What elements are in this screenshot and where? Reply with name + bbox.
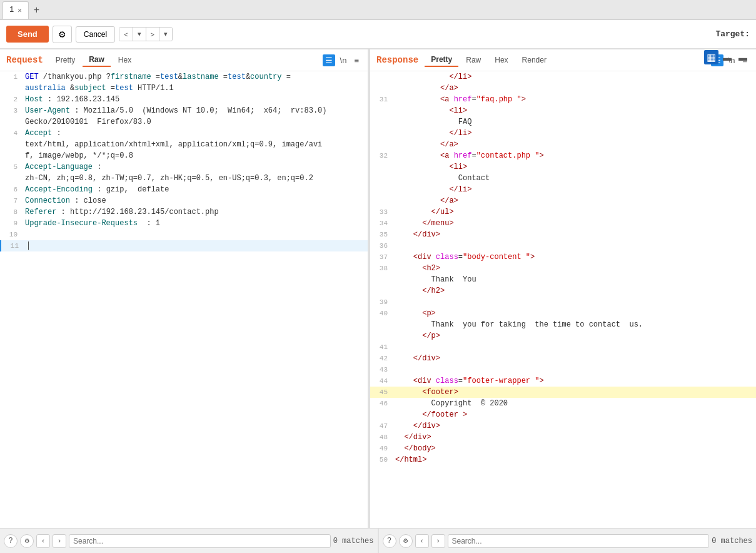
resp-line-50: 50 </html> bbox=[370, 454, 756, 465]
resp-tab-hex[interactable]: Hex bbox=[488, 53, 514, 67]
tab-1[interactable]: 1 ✕ bbox=[3, 1, 29, 19]
req-line-9: 9 Upgrade-Insecure-Requests : 1 bbox=[0, 218, 368, 229]
resp-line-34: 34 </menu> bbox=[370, 218, 756, 229]
resp-line-32e: </a> bbox=[370, 195, 756, 206]
resp-tab-pretty[interactable]: Pretty bbox=[425, 53, 458, 67]
resp-line-42: 42 </div> bbox=[370, 353, 756, 364]
resp-line-43: 43 bbox=[370, 364, 756, 375]
resp-line-31d: </li> bbox=[370, 128, 756, 139]
resp-line-48: 48 </div> bbox=[370, 432, 756, 443]
req-next-arrow[interactable]: › bbox=[53, 534, 66, 548]
response-tabs: Pretty Raw Hex Render bbox=[425, 53, 710, 67]
resp-view-split[interactable]: ▦ bbox=[704, 50, 718, 64]
tab-bar: 1 ✕ + bbox=[0, 0, 756, 20]
resp-line-38c: </h2> bbox=[370, 285, 756, 297]
request-search-section: ? ⚙ ‹ › 0 matches bbox=[0, 529, 378, 553]
resp-line-31e: </a> bbox=[370, 139, 756, 150]
resp-view-full[interactable]: ▬ bbox=[736, 50, 750, 64]
resp-prev-arrow[interactable]: ‹ bbox=[415, 534, 429, 548]
resp-line-36: 36 bbox=[370, 240, 756, 251]
tab-label: 1 bbox=[9, 6, 14, 14]
req-tab-raw[interactable]: Raw bbox=[83, 53, 111, 67]
settings-button[interactable]: ⚙ bbox=[53, 26, 72, 43]
resp-line-35: 35 </div> bbox=[370, 229, 756, 240]
resp-line-46b: </footer > bbox=[370, 409, 756, 420]
resp-line-31b: <li> bbox=[370, 105, 756, 116]
toolbar: Send ⚙ Cancel < ▾ > ▾ Target: bbox=[0, 20, 756, 49]
resp-search-input[interactable] bbox=[448, 534, 710, 548]
tab-add-button[interactable]: + bbox=[29, 3, 44, 17]
req-line-5b: zh-CN, zh;q=0.8, zh-TW;q=0.7, zh-HK;q=0.… bbox=[0, 173, 368, 184]
req-prev-arrow[interactable]: ‹ bbox=[36, 534, 50, 548]
req-search-input[interactable] bbox=[69, 534, 331, 548]
resp-line-47: 47 </div> bbox=[370, 420, 756, 432]
req-line-11: 11 │ bbox=[0, 240, 368, 251]
req-line-3b: Gecko/20100101 Firefox/83.0 bbox=[0, 116, 368, 128]
resp-line-32: 32 <a href="contact.php "> bbox=[370, 150, 756, 161]
response-search-section: ? ⚙ ‹ › 0 matches bbox=[378, 529, 757, 553]
target-label: Target: bbox=[715, 29, 750, 39]
resp-line-pre1: </li> bbox=[370, 71, 756, 83]
req-line-2: 2 Host : 192.168.23.145 bbox=[0, 94, 368, 105]
resp-line-45: 45 <footer> bbox=[370, 387, 756, 398]
req-tab-pretty[interactable]: Pretty bbox=[49, 53, 81, 67]
resp-line-37: 37 <div class="body-content "> bbox=[370, 251, 756, 263]
request-code-area[interactable]: 1 GET /thankyou.php ?firstname =test&las… bbox=[0, 71, 368, 528]
req-line-1: 1 GET /thankyou.php ?firstname =test&las… bbox=[0, 71, 368, 83]
response-panel: ▦ ▬ ▬ Response Pretty Raw Hex Render ☰ \… bbox=[370, 49, 756, 528]
req-settings-icon[interactable]: ⚙ bbox=[20, 534, 34, 548]
req-toolbar-icons: ☰ \n ≡ bbox=[323, 54, 361, 66]
resp-line-40: 40 <p> bbox=[370, 308, 756, 319]
req-tab-hex[interactable]: Hex bbox=[112, 53, 138, 67]
tab-close-icon[interactable]: ✕ bbox=[18, 6, 22, 14]
cancel-button[interactable]: Cancel bbox=[76, 26, 115, 43]
resp-line-39: 39 bbox=[370, 297, 756, 308]
request-title: Request bbox=[6, 55, 43, 65]
request-header: Request Pretty Raw Hex ☰ \n ≡ bbox=[0, 49, 368, 71]
req-line-1b: australia &subject =test HTTP/1.1 bbox=[0, 83, 368, 94]
resp-next-arrow[interactable]: › bbox=[431, 534, 445, 548]
resp-line-46: 46 Copyright © 2020 bbox=[370, 398, 756, 409]
req-line-10: 10 bbox=[0, 229, 368, 240]
resp-tab-raw[interactable]: Raw bbox=[460, 53, 487, 67]
req-line-3: 3 User-Agent : Mozilla/5.0 (Windows NT 1… bbox=[0, 105, 368, 116]
nav-next-button[interactable]: > bbox=[146, 28, 159, 41]
req-line-4b: text/html, application/xhtml+xml, applic… bbox=[0, 139, 368, 150]
resp-line-41: 41 bbox=[370, 342, 756, 353]
resp-help-icon[interactable]: ? bbox=[383, 534, 396, 548]
resp-tab-render[interactable]: Render bbox=[516, 53, 553, 67]
req-icon-menu[interactable]: ≡ bbox=[351, 54, 361, 66]
resp-line-31: 31 <a href="faq.php "> bbox=[370, 94, 756, 105]
request-panel: Request Pretty Raw Hex ☰ \n ≡ 1 GET /tha… bbox=[0, 49, 369, 528]
response-header: ▦ ▬ ▬ Response Pretty Raw Hex Render ☰ \… bbox=[370, 49, 756, 71]
resp-line-49: 49 </body> bbox=[370, 443, 756, 454]
resp-line-38b: Thank You bbox=[370, 274, 756, 285]
nav-group: < ▾ > ▾ bbox=[119, 27, 173, 41]
resp-matches-label: 0 matches bbox=[712, 537, 752, 545]
response-code-area[interactable]: </li> </a> 31 <a href="faq.php "> <li> bbox=[370, 71, 756, 528]
nav-prev-down-button[interactable]: ▾ bbox=[133, 28, 146, 41]
req-line-4c: f, image/webp, */*;q=0.8 bbox=[0, 150, 368, 161]
resp-view-horiz[interactable]: ▬ bbox=[720, 50, 734, 64]
req-icon-newline[interactable]: \n bbox=[338, 54, 350, 66]
resp-line-38: 38 <h2> bbox=[370, 263, 756, 274]
req-matches-label: 0 matches bbox=[333, 537, 374, 545]
main-content: Request Pretty Raw Hex ☰ \n ≡ 1 GET /tha… bbox=[0, 49, 756, 528]
resp-line-33: 33 </ul> bbox=[370, 206, 756, 218]
req-help-icon[interactable]: ? bbox=[4, 534, 18, 548]
resp-line-32d: </li> bbox=[370, 184, 756, 195]
bottom-bar: ? ⚙ ‹ › 0 matches ? ⚙ ‹ › 0 matches bbox=[0, 528, 756, 553]
request-tabs: Pretty Raw Hex bbox=[49, 53, 323, 67]
send-button[interactable]: Send bbox=[6, 26, 49, 43]
resp-line-44: 44 <div class="footer-wrapper "> bbox=[370, 375, 756, 387]
resp-settings-icon[interactable]: ⚙ bbox=[399, 534, 413, 548]
resp-line-40c: </p> bbox=[370, 330, 756, 342]
req-icon-list[interactable]: ☰ bbox=[323, 54, 335, 66]
nav-prev-button[interactable]: < bbox=[119, 28, 133, 41]
resp-line-pre2: </a> bbox=[370, 83, 756, 94]
req-line-4: 4 Accept : bbox=[0, 128, 368, 139]
resp-line-32c: Contact bbox=[370, 173, 756, 184]
nav-next-down-button[interactable]: ▾ bbox=[159, 28, 172, 41]
resp-line-32b: <li> bbox=[370, 161, 756, 173]
resp-line-31c: FAQ bbox=[370, 116, 756, 128]
